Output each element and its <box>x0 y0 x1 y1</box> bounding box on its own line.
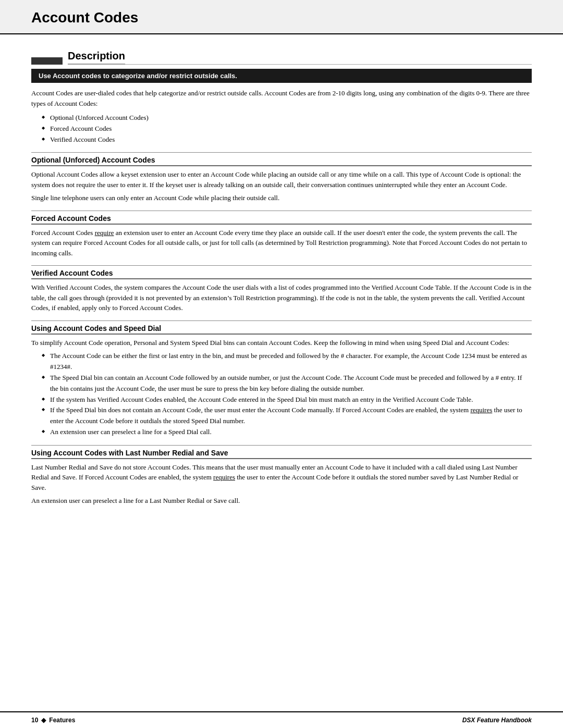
description-bar-icon <box>31 57 63 65</box>
page-header: Account Codes <box>0 0 563 34</box>
list-item: Forced Account Codes <box>42 124 532 134</box>
subsection-title-optional: Optional (Unforced) Account Codes <box>31 156 532 166</box>
description-title: Description <box>68 50 125 65</box>
description-section: Description Use Account codes to categor… <box>31 50 532 506</box>
last-number-para-2: An extension user can preselect a line f… <box>31 496 532 506</box>
intro-paragraph: Account Codes are user-dialed codes that… <box>31 88 532 108</box>
subsection-title-forced: Forced Account Codes <box>31 214 532 225</box>
footer-left: 10 ◆ Features <box>31 717 75 724</box>
subsection-last-number-redial: Using Account Codes with Last Number Red… <box>31 445 532 506</box>
subsection-header-forced: Forced Account Codes <box>31 214 532 225</box>
verified-para-1: With Verified Account Codes, the system … <box>31 282 532 313</box>
subsection-speed-dial: Using Account Codes and Speed Dial To si… <box>31 320 532 438</box>
footer-right: DSX Feature Handbook <box>462 717 532 724</box>
subsection-header-verified: Verified Account Codes <box>31 269 532 279</box>
forced-para-1: Forced Account Codes require an extensio… <box>31 228 532 258</box>
list-item: The Account Code can be either the first… <box>42 351 532 373</box>
subsection-body-speed-dial: To simplify Account Code operation, Pers… <box>31 338 532 438</box>
subsection-verified: Verified Account Codes With Verified Acc… <box>31 265 532 313</box>
subsection-body-verified: With Verified Account Codes, the system … <box>31 282 532 313</box>
speed-dial-bullet-list: The Account Code can be either the first… <box>42 351 532 437</box>
subsection-header-optional: Optional (Unforced) Account Codes <box>31 156 532 166</box>
list-item: Verified Account Codes <box>42 134 532 145</box>
footer-handbook-title: DSX Feature Handbook <box>462 717 532 724</box>
last-number-para-1: Last Number Redial and Save do not store… <box>31 462 532 493</box>
list-item: If the Speed Dial bin does not contain a… <box>42 405 532 427</box>
list-item: Optional (Unforced Account Codes) <box>42 113 532 124</box>
page-footer: 10 ◆ Features DSX Feature Handbook <box>0 711 563 728</box>
subsection-body-last-number-redial: Last Number Redial and Save do not store… <box>31 462 532 506</box>
description-header: Description <box>31 50 532 65</box>
subsection-forced: Forced Account Codes Forced Account Code… <box>31 211 532 258</box>
footer-diamond-icon: ◆ <box>41 717 46 724</box>
list-item: If the system has Verified Account Codes… <box>42 394 532 405</box>
speed-dial-intro: To simplify Account Code operation, Pers… <box>31 338 532 348</box>
subsection-body-optional: Optional Account Codes allow a keyset ex… <box>31 169 532 203</box>
main-content: Description Use Account codes to categor… <box>0 34 563 540</box>
list-item: The Speed Dial bin can contain an Accoun… <box>42 373 532 394</box>
subsection-title-last-number-redial: Using Account Codes with Last Number Red… <box>31 449 532 459</box>
subsection-header-speed-dial: Using Account Codes and Speed Dial <box>31 324 532 335</box>
subsection-title-speed-dial: Using Account Codes and Speed Dial <box>31 324 532 335</box>
subsection-optional: Optional (Unforced) Account Codes Option… <box>31 152 532 203</box>
intro-bullet-list: Optional (Unforced Account Codes) Forced… <box>42 113 532 145</box>
subsection-title-verified: Verified Account Codes <box>31 269 532 279</box>
footer-page-number: 10 <box>31 717 38 724</box>
page-container: Account Codes Description Use Account co… <box>0 0 563 728</box>
optional-para-1: Optional Account Codes allow a keyset ex… <box>31 169 532 190</box>
list-item: An extension user can preselect a line f… <box>42 427 532 438</box>
optional-para-2: Single line telephone users can only ent… <box>31 193 532 203</box>
footer-features-label: Features <box>49 717 75 724</box>
subsection-body-forced: Forced Account Codes require an extensio… <box>31 228 532 258</box>
highlight-text: Use Account codes to categorize and/or r… <box>39 72 237 80</box>
subsection-header-last-number-redial: Using Account Codes with Last Number Red… <box>31 449 532 459</box>
highlight-box: Use Account codes to categorize and/or r… <box>31 69 532 83</box>
page-title: Account Codes <box>31 9 138 26</box>
